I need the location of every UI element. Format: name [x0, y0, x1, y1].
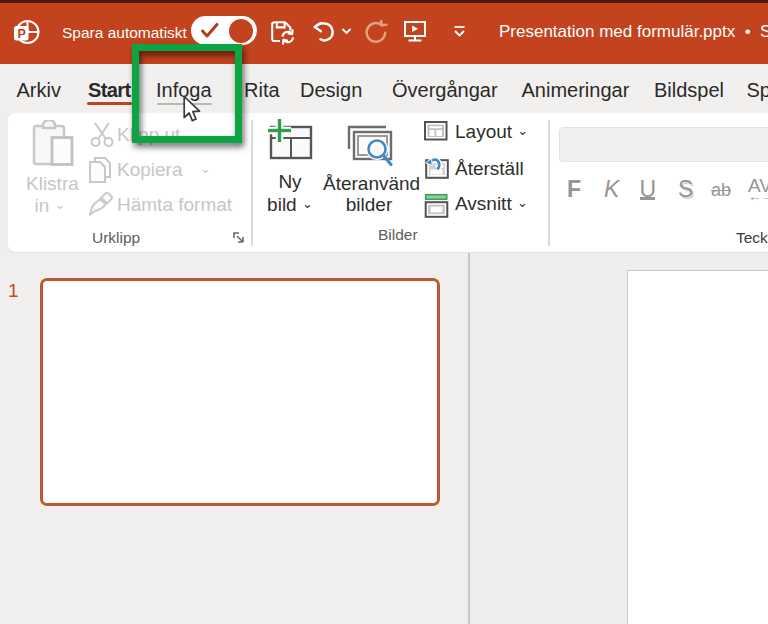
- svg-text:P: P: [17, 27, 25, 41]
